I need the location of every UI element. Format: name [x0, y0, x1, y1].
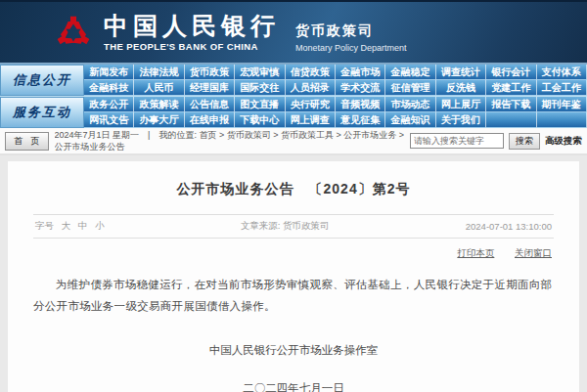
breadcrumb[interactable]: 2024年7月1日 星期一 | 我的位置: 首页 > 货币政策司 > 货币政策工…	[55, 129, 404, 152]
nav-item[interactable]: 金融市场	[336, 65, 385, 80]
nav-item[interactable]: 网讯文告	[84, 112, 134, 128]
nav-row: 新闻发布 法律法规 货币政策 宏观审慎 信贷政策 金融市场 金融稳定 调查统计 …	[84, 65, 587, 80]
nav-item[interactable]: 学术交流	[336, 80, 385, 96]
nav-section-services: 服务互动 政务公开 政策解读 公告信息 图文直播 央行研究 音频视频 市场动态 …	[0, 96, 587, 128]
nav-item[interactable]: 支付体系	[537, 65, 587, 80]
nav-item[interactable]: 办事大厅	[134, 112, 184, 128]
nav-item[interactable]: 工会工作	[537, 80, 587, 96]
department-name-en: Monetary Policy Department	[295, 43, 407, 53]
article-panel: 公开市场业务公告 〔2024〕第2号 字号 大 中 小 文章来源: 货币政策司 …	[8, 161, 579, 392]
nav-row: 网讯文告 办事大厅 在线申报 下载中心 网上调查 意见征集 金融知识 关于我们	[84, 112, 587, 128]
nav-item[interactable]: 货币政策	[185, 65, 235, 80]
nav-item[interactable]: 法律法规	[134, 65, 184, 80]
nav-grid: 新闻发布 法律法规 货币政策 宏观审慎 信贷政策 金融市场 金融稳定 调查统计 …	[84, 65, 587, 96]
article-title: 公开市场业务公告 〔2024〕第2号	[33, 181, 554, 198]
article-signature: 中国人民银行公开市场业务操作室	[33, 343, 554, 358]
bank-name-cn: 中国人民银行	[104, 14, 280, 38]
nav-grid: 政务公开 政策解读 公告信息 图文直播 央行研究 音频视频 市场动态 网上展厅 …	[84, 97, 587, 128]
nav-label-services[interactable]: 服务互动	[0, 97, 84, 128]
article-meta-row: 字号 大 中 小 文章来源: 货币政策司 2024-07-01 13:10:00	[33, 214, 554, 239]
nav-item[interactable]: 党建工作	[486, 80, 536, 96]
nav-item[interactable]: 图文直播	[235, 97, 285, 112]
nav-item[interactable]: 关于我们	[436, 112, 486, 128]
font-size-label: 字号	[35, 220, 54, 231]
close-window-link[interactable]: 关闭窗口	[515, 247, 552, 258]
font-size-large[interactable]: 大	[62, 220, 71, 231]
nav-item[interactable]: 意见征集	[336, 112, 385, 128]
nav-item[interactable]: 反洗钱	[436, 80, 486, 96]
nav-item[interactable]: 在线申报	[185, 112, 235, 128]
nav-item[interactable]: 期刊年鉴	[537, 97, 587, 112]
font-size-medium[interactable]: 中	[78, 220, 88, 231]
search-box: 搜索 高级搜索	[410, 133, 582, 150]
nav-item[interactable]: 人员招录	[286, 80, 336, 96]
pboc-logo-icon	[53, 12, 94, 53]
article-datetime: 2024-07-01 13:10:00	[466, 221, 552, 232]
nav-item[interactable]: 政务公开	[84, 97, 134, 112]
nav-section-info-disclosure: 信息公开 新闻发布 法律法规 货币政策 宏观审慎 信贷政策 金融市场 金融稳定 …	[0, 65, 587, 96]
pboc-announcement-page: 中国人民银行 THE PEOPLE'S BANK OF CHINA 货币政策司 …	[0, 0, 587, 392]
nav-item[interactable]: 金融科技	[84, 80, 134, 96]
nav-row: 政务公开 政策解读 公告信息 图文直播 央行研究 音频视频 市场动态 网上展厅 …	[84, 97, 587, 112]
font-size-small[interactable]: 小	[95, 220, 105, 231]
nav-filler-cell	[486, 112, 536, 128]
department-block: 货币政策司 Monetary Policy Department	[295, 13, 407, 53]
nav-item[interactable]: 网上展厅	[436, 97, 486, 112]
nav-row: 金融科技 人民币 经理国库 国际交往 人员招录 学术交流 征信管理 反洗钱 党建…	[84, 80, 587, 96]
nav-item[interactable]: 调查统计	[436, 65, 486, 80]
nav-item[interactable]: 金融知识	[385, 112, 435, 128]
article-body: 为维护债券市场稳健运行，在对当前市场形势审慎观察、评估基础上，人民银行决定于近期…	[33, 274, 554, 318]
font-size-control: 字号 大 中 小	[35, 220, 104, 233]
breadcrumb-bar: 首 页 2024年7月1日 星期一 | 我的位置: 首页 > 货币政策司 > 货…	[0, 128, 587, 155]
nav-item[interactable]: 新闻发布	[84, 65, 134, 80]
nav-item[interactable]: 下载中心	[235, 112, 285, 128]
article-actions-top: 打印本页 关闭窗口	[33, 239, 554, 260]
nav-label-info-disclosure[interactable]: 信息公开	[0, 65, 84, 96]
nav-item[interactable]: 央行研究	[286, 97, 336, 112]
home-button[interactable]: 首 页	[5, 132, 49, 151]
nav-item[interactable]: 人民币	[134, 80, 184, 96]
bank-name-en: THE PEOPLE'S BANK OF CHINA	[104, 41, 280, 52]
nav-item[interactable]: 宏观审慎	[235, 65, 285, 80]
nav-item[interactable]: 金融稳定	[385, 65, 435, 80]
nav-item[interactable]: 市场动态	[385, 97, 435, 112]
nav-item[interactable]: 音频视频	[336, 97, 385, 112]
nav-item[interactable]: 银行会计	[486, 65, 536, 80]
nav-item[interactable]: 政策解读	[134, 97, 184, 112]
search-input[interactable]	[410, 133, 504, 149]
print-page-link[interactable]: 打印本页	[457, 247, 494, 258]
bank-title-block: 中国人民银行 THE PEOPLE'S BANK OF CHINA	[104, 14, 280, 52]
nav-item[interactable]: 信贷政策	[286, 65, 336, 80]
nav-filler-cell	[537, 112, 587, 128]
search-button[interactable]: 搜索	[509, 133, 540, 150]
nav-item[interactable]: 国际交往	[235, 80, 285, 96]
nav-item[interactable]: 网上调查	[286, 112, 336, 128]
nav-item[interactable]: 征信管理	[385, 80, 435, 96]
nav-item[interactable]: 经理国库	[185, 80, 235, 96]
article-source: 文章来源: 货币政策司	[241, 220, 330, 233]
department-name-cn: 货币政策司	[295, 22, 407, 40]
content-area: 公开市场业务公告 〔2024〕第2号 字号 大 中 小 文章来源: 货币政策司 …	[0, 155, 587, 392]
nav-item[interactable]: 报告下载	[486, 97, 536, 112]
nav-item[interactable]: 公告信息	[185, 97, 235, 112]
site-header: 中国人民银行 THE PEOPLE'S BANK OF CHINA 货币政策司 …	[0, 0, 587, 65]
article-date-cn: 二〇二四年七月一日	[33, 381, 554, 392]
advanced-search-link[interactable]: 高级搜索	[545, 135, 582, 148]
